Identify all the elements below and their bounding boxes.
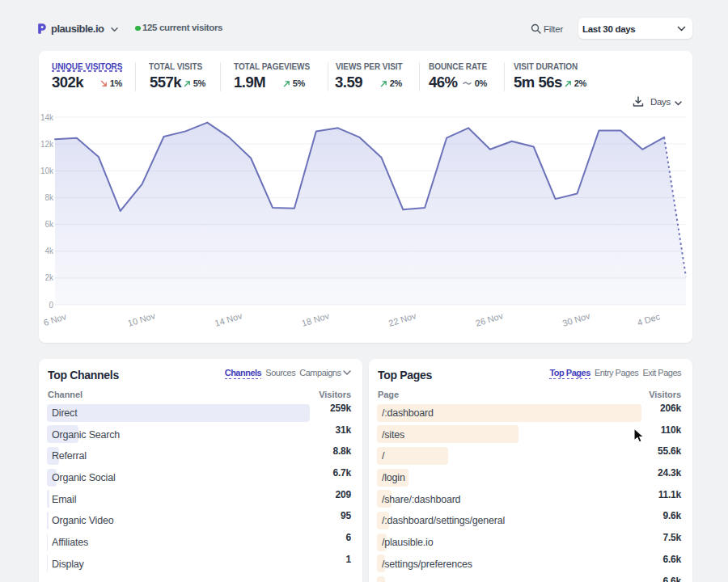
svg-text:2k: 2k	[44, 273, 54, 282]
svg-text:10 Nov: 10 Nov	[126, 310, 156, 328]
svg-text:6 Nov: 6 Nov	[42, 311, 67, 327]
svg-text:12k: 12k	[40, 140, 54, 149]
svg-text:22 Nov: 22 Nov	[387, 310, 417, 328]
svg-text:14 Nov: 14 Nov	[214, 310, 243, 328]
svg-text:8k: 8k	[44, 193, 54, 202]
svg-text:4k: 4k	[44, 247, 54, 255]
svg-text:14k: 14k	[40, 113, 54, 122]
svg-text:6k: 6k	[44, 220, 54, 229]
svg-text:30 Nov: 30 Nov	[561, 310, 591, 328]
svg-text:0: 0	[49, 301, 53, 310]
svg-text:18 Nov: 18 Nov	[300, 310, 330, 328]
svg-text:4 Dec: 4 Dec	[636, 311, 661, 327]
svg-text:26 Nov: 26 Nov	[474, 310, 504, 328]
svg-text:10k: 10k	[40, 167, 54, 175]
